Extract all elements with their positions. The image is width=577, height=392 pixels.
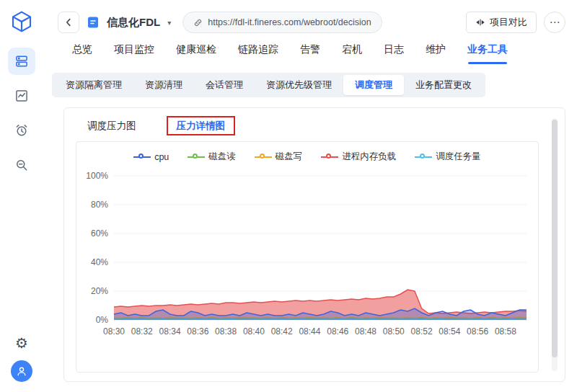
legend-label: 磁盘读 bbox=[208, 151, 236, 163]
sidebar-item-ops[interactable] bbox=[8, 48, 35, 75]
project-doc-icon bbox=[87, 16, 100, 29]
svg-text:80%: 80% bbox=[91, 200, 108, 210]
svg-text:08:48: 08:48 bbox=[355, 326, 376, 337]
person-icon bbox=[15, 365, 28, 378]
nav-tab-project-monitor[interactable]: 项目监控 bbox=[114, 43, 154, 64]
nav-tab-business-tools[interactable]: 业务工具 bbox=[467, 43, 508, 64]
sidebar-item-inspect[interactable] bbox=[8, 151, 35, 179]
subtab-schedule-mgmt[interactable]: 调度管理 bbox=[343, 75, 404, 95]
legend-marker-icon bbox=[321, 153, 338, 161]
panel-tabs: 调度压力图 压力详情图 bbox=[76, 117, 539, 141]
back-button[interactable] bbox=[58, 12, 79, 33]
nav-tab-downtime[interactable]: 宕机 bbox=[342, 43, 362, 64]
svg-text:40%: 40% bbox=[91, 257, 108, 267]
nav-tab-tracing[interactable]: 链路追踪 bbox=[238, 43, 278, 64]
svg-text:100%: 100% bbox=[86, 171, 108, 181]
sidebar-item-alarm[interactable] bbox=[8, 117, 35, 144]
sub-tabs: 资源隔离管理 资源清理 会话管理 资源优先级管理 调度管理 业务配置更改 bbox=[52, 73, 485, 97]
chart-legend: cpu磁盘读磁盘写进程内存负载调度任务量 bbox=[82, 148, 532, 167]
svg-text:08:52: 08:52 bbox=[411, 326, 433, 337]
scrollbar-track[interactable] bbox=[552, 118, 558, 371]
legend-item-磁盘写[interactable]: 磁盘写 bbox=[255, 151, 303, 163]
svg-text:08:56: 08:56 bbox=[467, 326, 488, 337]
svg-text:08:30: 08:30 bbox=[103, 326, 125, 337]
sidebar-item-monitor[interactable] bbox=[8, 82, 35, 110]
pressure-detail-chart: cpu磁盘读磁盘写进程内存负载调度任务量 0%20%40%60%80%100%0… bbox=[76, 141, 539, 373]
svg-text:0%: 0% bbox=[96, 315, 109, 325]
server-icon bbox=[14, 54, 29, 68]
settings-gear-icon[interactable]: ⚙ bbox=[15, 336, 28, 350]
nav-tab-health-check[interactable]: 健康巡检 bbox=[176, 43, 216, 64]
user-avatar[interactable] bbox=[11, 360, 32, 382]
svg-text:08:54: 08:54 bbox=[439, 326, 460, 337]
tab-schedule-pressure[interactable]: 调度压力图 bbox=[87, 120, 136, 133]
svg-text:08:34: 08:34 bbox=[159, 326, 181, 337]
more-options-button[interactable]: ⋯ bbox=[544, 12, 565, 33]
svg-text:08:58: 08:58 bbox=[495, 326, 516, 337]
tab-pressure-detail[interactable]: 压力详情图 bbox=[177, 120, 226, 131]
app-logo-icon bbox=[10, 10, 33, 33]
project-title: 信息化FDL bbox=[107, 16, 160, 30]
svg-text:08:40: 08:40 bbox=[243, 326, 265, 337]
legend-marker-icon bbox=[133, 153, 151, 161]
subtab-resource-cleanup[interactable]: 资源清理 bbox=[133, 75, 194, 95]
subtab-resource-priority[interactable]: 资源优先级管理 bbox=[255, 75, 343, 95]
svg-text:08:50: 08:50 bbox=[383, 326, 405, 337]
subtab-business-config[interactable]: 业务配置更改 bbox=[404, 75, 483, 95]
nav-tab-alerts[interactable]: 告警 bbox=[300, 43, 320, 64]
legend-item-cpu[interactable]: cpu bbox=[133, 151, 169, 163]
legend-label: 调度任务量 bbox=[436, 151, 481, 163]
svg-text:08:32: 08:32 bbox=[131, 326, 153, 337]
legend-item-进程内存负载[interactable]: 进程内存负载 bbox=[321, 151, 396, 163]
subtab-session-mgmt[interactable]: 会话管理 bbox=[194, 75, 255, 95]
chevron-down-icon[interactable]: ▾ bbox=[167, 19, 171, 27]
svg-text:08:44: 08:44 bbox=[299, 326, 320, 337]
legend-marker-icon bbox=[255, 153, 272, 161]
legend-label: 进程内存负载 bbox=[342, 151, 396, 163]
legend-item-磁盘读[interactable]: 磁盘读 bbox=[188, 151, 236, 163]
nav-tab-logs[interactable]: 日志 bbox=[384, 43, 404, 64]
subtab-resource-isolation[interactable]: 资源隔离管理 bbox=[54, 75, 133, 95]
magnifier-icon bbox=[14, 158, 29, 172]
svg-text:08:42: 08:42 bbox=[271, 326, 293, 337]
nav-tab-overview[interactable]: 总览 bbox=[72, 43, 92, 64]
svg-text:08:36: 08:36 bbox=[187, 326, 208, 337]
svg-text:20%: 20% bbox=[91, 286, 108, 296]
chart-icon bbox=[14, 89, 29, 103]
url-bar[interactable]: https://fdl-it.fineres.com/webroot/decis… bbox=[182, 12, 382, 33]
legend-marker-icon bbox=[188, 153, 205, 161]
compare-icon bbox=[475, 17, 485, 27]
svg-text:08:38: 08:38 bbox=[215, 326, 237, 337]
svg-text:60%: 60% bbox=[91, 228, 108, 239]
top-bar: 信息化FDL ▾ https://fdl-it.fineres.com/webr… bbox=[43, 0, 577, 37]
legend-label: 磁盘写 bbox=[276, 151, 303, 163]
url-text: https://fdl-it.fineres.com/webroot/decis… bbox=[208, 17, 371, 27]
svg-text:08:46: 08:46 bbox=[327, 326, 348, 337]
nav-tabs: 总览 项目监控 健康巡检 链路追踪 告警 宕机 日志 维护 业务工具 bbox=[43, 37, 577, 64]
alarm-icon bbox=[14, 123, 29, 138]
link-icon bbox=[193, 18, 203, 27]
project-compare-button[interactable]: 项目对比 bbox=[466, 12, 537, 33]
legend-item-调度任务量[interactable]: 调度任务量 bbox=[415, 151, 481, 163]
sidebar: ⚙ bbox=[0, 0, 43, 392]
nav-tab-maintenance[interactable]: 维护 bbox=[426, 43, 446, 64]
area-chart: 0%20%40%60%80%100%08:3008:3208:3408:3608… bbox=[82, 167, 532, 346]
legend-marker-icon bbox=[415, 153, 432, 161]
chevron-left-icon bbox=[63, 17, 74, 27]
legend-label: cpu bbox=[154, 152, 169, 162]
schedule-panel: 调度压力图 压力详情图 cpu磁盘读磁盘写进程内存负载调度任务量 0%20%40… bbox=[63, 107, 565, 382]
scrollbar-thumb[interactable] bbox=[552, 120, 558, 357]
